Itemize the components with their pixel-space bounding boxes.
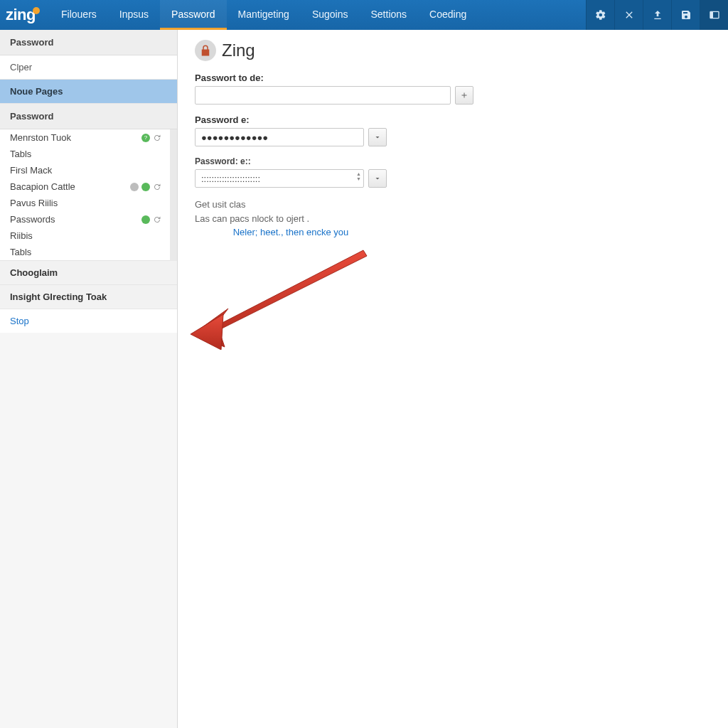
sidebar: Password Clper Noue Pages Password Menrs… xyxy=(0,30,178,728)
close-icon[interactable] xyxy=(614,0,643,30)
main-content: Zing Passwort to de: Password e: Passwor… xyxy=(178,30,728,728)
settings-icon[interactable] xyxy=(586,0,614,30)
form-group-1: Passwort to de: xyxy=(195,73,711,105)
list-item-badges xyxy=(130,183,161,191)
sidebar-section-chooglaim[interactable]: Chooglaim xyxy=(0,261,177,285)
list-item[interactable]: Pavus Riilis xyxy=(0,195,170,211)
password-to-input[interactable] xyxy=(195,86,451,105)
stepper-arrows-icon: ▲▼ xyxy=(356,171,361,181)
field-label: Password e: xyxy=(195,114,711,125)
list-item-badges: ? xyxy=(141,134,161,142)
scrollbar[interactable] xyxy=(170,129,177,261)
list-item-label: Menrston Tuok xyxy=(10,132,141,143)
topnav-label: Settions xyxy=(371,9,407,20)
list-item-label: Riibis xyxy=(10,230,161,241)
topnav-settions[interactable]: Settions xyxy=(360,0,419,30)
topnav-label: Password xyxy=(171,9,215,20)
list-item-badges xyxy=(141,215,161,224)
top-bar: zing Filouers Inpsus Password Mantigetin… xyxy=(0,0,728,30)
list-item-label: Firsl Mack xyxy=(10,165,161,176)
save-icon[interactable] xyxy=(671,0,700,30)
sidebar-item-label: Noue Pages xyxy=(10,86,63,97)
select-wrap: ▲▼ xyxy=(195,169,364,188)
upload-icon[interactable] xyxy=(643,0,671,30)
refresh-icon xyxy=(153,215,161,224)
svg-rect-1 xyxy=(710,11,713,18)
topnav-label: Mantigeting xyxy=(238,9,289,20)
sidebar-section1-title: Password xyxy=(0,30,177,55)
list-item-label: Tabls xyxy=(10,149,161,159)
sidebar-item-label: Clper xyxy=(10,62,32,73)
sidebar-item-label: Insight GIrecting Toak xyxy=(10,291,107,302)
field-label: Passwort to de: xyxy=(195,73,711,83)
password-select[interactable] xyxy=(195,169,364,188)
list-item[interactable]: Riibis xyxy=(0,228,170,244)
sidebar-item-clper[interactable]: Clper xyxy=(0,55,177,80)
input-row xyxy=(195,128,711,146)
help-text: Get usit clas Las can pacs nlock to ojer… xyxy=(195,198,711,240)
list-item[interactable]: Passwords xyxy=(0,211,170,228)
topnav-coeding[interactable]: Coeding xyxy=(418,0,478,30)
page-badge-icon xyxy=(195,40,216,61)
list-item-label: Tabls xyxy=(10,247,161,257)
list-item[interactable]: Tabls xyxy=(0,244,170,260)
refresh-icon xyxy=(153,134,161,142)
help-link[interactable]: Neler; heet., then encke you xyxy=(233,227,349,237)
layout: Password Clper Noue Pages Password Menrs… xyxy=(0,30,728,728)
help-line-1: Get usit clas xyxy=(195,198,711,212)
status-gray-icon xyxy=(130,183,139,191)
list-item-label: Passwords xyxy=(10,214,141,225)
sidebar-list: Menrston Tuok ? Tabls Firsl Mack Bacapio… xyxy=(0,129,170,261)
input-row: ▲▼ xyxy=(195,169,711,188)
page-title-row: Zing xyxy=(195,40,711,61)
page-title: Zing xyxy=(222,41,255,60)
sidebar-stop-link[interactable]: Stop xyxy=(0,309,177,333)
topnav-label: Coeding xyxy=(429,9,466,20)
refresh-icon xyxy=(153,183,161,191)
sidebar-list-block: Menrston Tuok ? Tabls Firsl Mack Bacapio… xyxy=(0,129,177,261)
status-green-icon: ? xyxy=(141,134,150,142)
sidebar-item-label: Stop xyxy=(10,316,29,326)
topnav-label: Sugoins xyxy=(312,9,348,20)
sidebar-item-label: Chooglaim xyxy=(10,267,58,278)
password-e-input[interactable] xyxy=(195,128,364,146)
sidebar-section2-title: Password xyxy=(0,104,177,129)
topnav-inpsus[interactable]: Inpsus xyxy=(108,0,160,30)
list-item-label: Bacapion Cattle xyxy=(10,181,130,192)
form-group-3: Password: e:: ▲▼ xyxy=(195,156,711,188)
input-row xyxy=(195,86,711,105)
panel-icon[interactable] xyxy=(700,0,728,30)
form-group-2: Password e: xyxy=(195,114,711,146)
topnav-filouers[interactable]: Filouers xyxy=(50,0,108,30)
topnav-label: Filouers xyxy=(61,9,97,20)
annotation-arrow-icon xyxy=(182,243,374,350)
brand-text: zing xyxy=(6,6,36,24)
help-line-2: Las can pacs nlock to ojert . xyxy=(195,212,711,226)
topnav-sugoins[interactable]: Sugoins xyxy=(301,0,360,30)
dropdown-button[interactable] xyxy=(368,128,387,146)
status-green-icon xyxy=(141,183,150,191)
status-green-icon xyxy=(141,215,150,224)
topnav-password[interactable]: Password xyxy=(160,0,226,30)
add-button[interactable] xyxy=(455,86,473,105)
brand-logo: zing xyxy=(0,0,50,30)
sidebar-section-insight[interactable]: Insight GIrecting Toak xyxy=(0,285,177,309)
list-item-label: Pavus Riilis xyxy=(10,198,161,208)
svg-marker-2 xyxy=(191,314,223,350)
brand-dot-icon xyxy=(33,7,40,14)
field-label: Password: e:: xyxy=(195,156,711,166)
list-item[interactable]: Firsl Mack xyxy=(0,162,170,178)
top-icons xyxy=(586,0,728,30)
list-item[interactable]: Bacapion Cattle xyxy=(0,178,170,195)
list-item[interactable]: Tabls xyxy=(0,146,170,162)
top-nav: Filouers Inpsus Password Mantigeting Sug… xyxy=(50,0,586,30)
sidebar-item-noue-pages[interactable]: Noue Pages xyxy=(0,80,177,104)
topnav-label: Inpsus xyxy=(119,9,149,20)
list-item[interactable]: Menrston Tuok ? xyxy=(0,129,170,146)
dropdown-button[interactable] xyxy=(368,169,387,188)
topnav-mantigeting[interactable]: Mantigeting xyxy=(227,0,301,30)
